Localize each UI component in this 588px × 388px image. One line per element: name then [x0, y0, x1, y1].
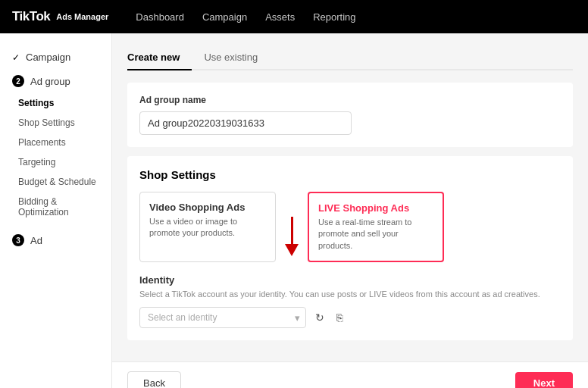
link-button[interactable]: ⎘	[333, 308, 346, 327]
check-icon: ✓	[12, 52, 20, 63]
nav-assets[interactable]: Assets	[265, 11, 295, 23]
sidebar-item-ad[interactable]: 3 Ad	[0, 228, 111, 252]
adgroup-name-input[interactable]	[139, 111, 352, 135]
adgroup-badge: 2	[12, 75, 24, 87]
sidebar: ✓ Campaign 2 Ad group Settings Shop Sett…	[0, 33, 112, 388]
arrow-shaft	[291, 217, 293, 244]
shop-settings-card: Shop Settings Video Shopping Ads Use a v…	[127, 156, 573, 340]
sidebar-item-targeting-label: Targeting	[18, 157, 55, 167]
sidebar-item-ad-label: Ad	[30, 235, 42, 246]
video-shopping-option[interactable]: Video Shopping Ads Use a video or image …	[139, 192, 276, 262]
identity-description: Select a TikTok account as your identity…	[139, 289, 561, 300]
top-navigation: TikTok Ads Manager Dashboard Campaign As…	[0, 0, 588, 33]
next-button[interactable]: Next	[515, 372, 573, 388]
nav-campaign[interactable]: Campaign	[202, 11, 247, 23]
sidebar-item-adgroup-label: Ad group	[30, 76, 70, 87]
sidebar-item-settings-label: Settings	[18, 98, 54, 108]
live-shopping-desc: Use a real-time stream to promote and se…	[318, 217, 433, 252]
ad-type-options: Video Shopping Ads Use a video or image …	[139, 192, 561, 262]
identity-row: Select an identity ↻ ⎘	[139, 307, 561, 328]
sidebar-item-shop-settings-label: Shop Settings	[18, 117, 75, 128]
identity-label: Identity	[139, 274, 561, 286]
identity-select-wrapper: Select an identity	[139, 307, 306, 328]
sidebar-item-campaign[interactable]: ✓ Campaign	[0, 45, 111, 69]
video-shopping-title: Video Shopping Ads	[149, 202, 266, 213]
adgroup-name-label: Ad group name	[139, 95, 561, 105]
sidebar-item-placements[interactable]: Placements	[0, 133, 111, 152]
sidebar-item-bidding[interactable]: Bidding & Optimization	[0, 192, 111, 222]
shop-settings-title: Shop Settings	[139, 168, 561, 181]
adgroup-name-card: Ad group name	[127, 83, 573, 147]
sidebar-item-placements-label: Placements	[18, 137, 66, 148]
sidebar-item-targeting[interactable]: Targeting	[0, 152, 111, 172]
identity-section: Identity Select a TikTok account as your…	[139, 274, 561, 327]
logo: TikTok Ads Manager	[12, 9, 108, 24]
sidebar-item-shop-settings[interactable]: Shop Settings	[0, 113, 111, 133]
logo-ads-manager: Ads Manager	[56, 12, 108, 21]
tab-create-new[interactable]: Create new	[127, 45, 192, 70]
arrow-head	[285, 244, 299, 256]
sidebar-item-adgroup[interactable]: 2 Ad group	[0, 69, 111, 93]
tab-bar: Create new Use existing	[127, 45, 573, 70]
sidebar-item-settings[interactable]: Settings	[0, 93, 111, 113]
sidebar-item-bidding-label: Bidding & Optimization	[18, 196, 69, 217]
video-shopping-desc: Use a video or image to promote your pro…	[149, 216, 266, 239]
refresh-button[interactable]: ↻	[312, 308, 327, 327]
back-button[interactable]: Back	[127, 371, 181, 388]
sidebar-item-budget-schedule-label: Budget & Schedule	[18, 177, 96, 187]
nav-links: Dashboard Campaign Assets Reporting	[136, 11, 355, 23]
live-shopping-option[interactable]: LIVE Shopping Ads Use a real-time stream…	[308, 192, 444, 262]
logo-tiktok: TikTok	[12, 9, 50, 24]
identity-select[interactable]: Select an identity	[139, 307, 306, 328]
footer-bar: Back Next	[112, 361, 588, 388]
live-shopping-title: LIVE Shopping Ads	[318, 202, 433, 214]
sidebar-item-budget-schedule[interactable]: Budget & Schedule	[0, 172, 111, 192]
tab-use-existing[interactable]: Use existing	[204, 45, 270, 70]
main-content: Create new Use existing Ad group name Sh…	[112, 33, 588, 388]
ad-badge: 3	[12, 234, 24, 246]
nav-dashboard[interactable]: Dashboard	[136, 11, 184, 23]
nav-reporting[interactable]: Reporting	[313, 11, 355, 23]
sidebar-item-campaign-label: Campaign	[26, 52, 70, 63]
